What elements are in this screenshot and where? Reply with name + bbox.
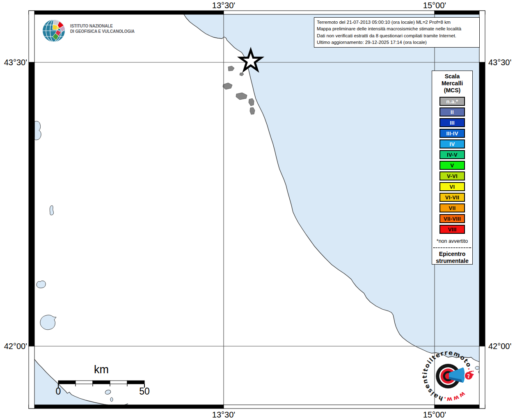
legend-item-vii: VII <box>439 203 465 212</box>
event-info-box: Terremoto del 21-07-2013 05:00:10 (ora l… <box>314 17 480 48</box>
ingv-logo-wordmark: ISTITUTO NAZIONALE DI GEOFISICA E VULCAN… <box>70 23 135 34</box>
legend-item-iv: IV <box>439 139 465 148</box>
legend-item-v: V <box>439 161 465 170</box>
legend-item-iii: III <box>439 118 465 127</box>
event-title: Terremoto del 21-07-2013 05:00:10 (ora l… <box>317 19 477 25</box>
legend-item-na: n.a.* <box>439 97 465 106</box>
ingv-name-line1: ISTITUTO NAZIONALE <box>70 23 135 29</box>
axis-label-bottom-13-30: 13°30' <box>201 410 246 420</box>
macroseismic-map-page: ? www.haisentitoilterremoto.it 13°30' 15… <box>0 0 515 420</box>
legend-title: Scala Mercalli (MCS) <box>442 73 463 94</box>
legend-item-v-vi: V-VI <box>439 171 465 180</box>
axis-label-right-42-00: 42°00' <box>488 342 515 351</box>
legend-title-line2: Mercalli <box>442 80 463 87</box>
legend-item-vii-viii: VII-VIII <box>439 214 465 223</box>
ingv-name-line2: DI GEOFISICA E VULCANOLOGIA <box>70 29 135 34</box>
axis-label-top-15-00: 15°00' <box>412 1 457 10</box>
axis-label-right-43-30: 43°30' <box>488 58 515 67</box>
axis-label-left-42-00: 42°00' <box>0 342 27 351</box>
axis-label-bottom-15-00: 15°00' <box>412 410 457 420</box>
legend-scale-list: n.a.* II III III-IV IV IV-V V V-VI VI VI… <box>439 97 465 235</box>
legend-epicenter-line2: strumentale <box>436 258 468 265</box>
scale-bar-start: 0 <box>46 386 71 397</box>
legend-epicenter-line1: Epicentro <box>436 251 468 258</box>
legend-item-iii-iv: III-IV <box>439 129 465 138</box>
legend-item-vi-vii: VI-VII <box>439 193 465 202</box>
event-description: Mappa preliminare delle intensità macros… <box>317 25 477 32</box>
legend-footnote: *non avvertito <box>437 238 468 244</box>
legend-box: Scala Mercalli (MCS) n.a.* II III III-IV… <box>432 71 473 265</box>
event-last-update: Ultimo aggiornamento: 29-12-2025 17:14 (… <box>317 39 477 46</box>
legend-title-line1: Scala <box>442 73 463 80</box>
legend-title-line3: (MCS) <box>442 87 463 94</box>
event-data-note: Dati non verificati estratti da 8 questi… <box>317 32 477 39</box>
legend-item-viii: VIII <box>439 225 465 234</box>
scale-bar-end: 50 <box>132 386 157 397</box>
legend-item-ii: II <box>439 107 465 116</box>
axis-label-left-43-30: 43°30' <box>0 58 27 67</box>
legend-epicenter-label: Epicentro strumentale <box>436 251 468 265</box>
scale-bar-unit: km <box>79 363 124 376</box>
axis-label-top-13-30: 13°30' <box>201 1 246 10</box>
legend-item-vi: VI <box>439 182 465 191</box>
legend-item-iv-v: IV-V <box>439 150 465 159</box>
legend-divider <box>433 247 471 248</box>
